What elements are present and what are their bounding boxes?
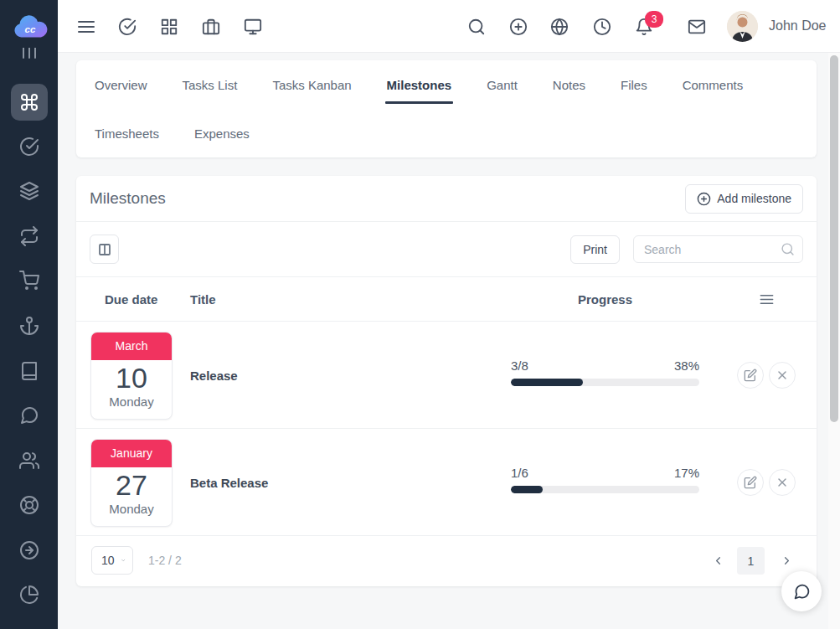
sidebar-item-support[interactable] bbox=[19, 495, 39, 515]
add-milestone-label: Add milestone bbox=[717, 192, 791, 205]
page-number-button[interactable]: 1 bbox=[737, 547, 765, 575]
header-notifications-button[interactable]: 3 bbox=[635, 18, 653, 36]
tab-overview[interactable]: Overview bbox=[93, 63, 149, 107]
vertical-scrollbar-track[interactable] bbox=[828, 53, 840, 629]
edit-milestone-button[interactable] bbox=[737, 362, 764, 389]
header-tasks-button[interactable] bbox=[118, 18, 137, 36]
column-header-progress[interactable]: Progress bbox=[511, 292, 699, 307]
sidebar: cc bbox=[0, 0, 58, 629]
tab-comments[interactable]: Comments bbox=[681, 63, 745, 107]
header-add-button[interactable] bbox=[509, 18, 528, 36]
globe-icon bbox=[550, 18, 569, 36]
close-icon bbox=[776, 476, 789, 489]
header-mail-button[interactable] bbox=[688, 18, 706, 36]
sidebar-item-projects-active[interactable] bbox=[11, 84, 48, 121]
book-icon bbox=[19, 361, 39, 381]
header-search-button[interactable] bbox=[467, 18, 486, 36]
briefcase-icon bbox=[202, 18, 220, 36]
sidebar-item-logout[interactable] bbox=[19, 540, 39, 560]
plus-circle-icon bbox=[509, 18, 528, 36]
notification-badge: 3 bbox=[645, 11, 663, 28]
edit-icon bbox=[744, 369, 757, 382]
add-milestone-button[interactable]: Add milestone bbox=[685, 184, 803, 214]
layers-icon bbox=[19, 181, 39, 201]
column-header-due-date[interactable]: Due date bbox=[105, 292, 157, 307]
columns-icon bbox=[97, 242, 112, 257]
milestones-header: Milestones Add milestone bbox=[76, 176, 817, 222]
vertical-scrollbar-thumb[interactable] bbox=[830, 55, 838, 422]
tab-row-1: Overview Tasks List Tasks Kanban Milesto… bbox=[76, 60, 817, 109]
page-size-select[interactable]: 10 bbox=[91, 546, 133, 575]
sidebar-item-library[interactable] bbox=[19, 48, 39, 64]
header-apps-button[interactable] bbox=[160, 18, 178, 36]
delete-milestone-button[interactable] bbox=[769, 469, 796, 496]
milestone-progress: 1/6 17% bbox=[511, 466, 699, 493]
delete-milestone-button[interactable] bbox=[769, 362, 796, 389]
header-monitor-button[interactable] bbox=[244, 18, 262, 36]
print-label: Print bbox=[583, 243, 607, 256]
progress-fill bbox=[511, 486, 543, 493]
sidebar-item-tasks[interactable] bbox=[19, 137, 39, 157]
progress-track bbox=[511, 379, 699, 386]
command-icon bbox=[19, 92, 39, 112]
header-history-button[interactable] bbox=[593, 18, 611, 36]
sidebar-item-anchor[interactable] bbox=[19, 316, 39, 336]
pie-chart-icon bbox=[19, 585, 39, 605]
check-circle-icon bbox=[19, 137, 39, 157]
next-page-button[interactable] bbox=[777, 547, 796, 574]
sidebar-item-notebook[interactable] bbox=[19, 361, 39, 381]
edit-milestone-button[interactable] bbox=[737, 469, 764, 496]
tab-files[interactable]: Files bbox=[619, 63, 649, 107]
user-avatar[interactable] bbox=[727, 11, 758, 42]
pagination-bar: 10 1-2 / 2 1 bbox=[76, 536, 817, 585]
monitor-icon bbox=[244, 18, 262, 36]
app-logo[interactable]: cc bbox=[0, 0, 58, 53]
due-day: 10 bbox=[91, 361, 172, 394]
tab-timesheets[interactable]: Timesheets bbox=[93, 111, 161, 156]
due-date-card: March 10 Monday bbox=[90, 332, 173, 420]
hamburger-menu-button[interactable] bbox=[76, 17, 96, 35]
repeat-icon bbox=[19, 226, 39, 246]
progress-track bbox=[511, 486, 699, 493]
progress-fraction: 3/8 bbox=[511, 358, 528, 373]
page-title: Milestones bbox=[90, 189, 166, 208]
sidebar-item-recurring[interactable] bbox=[19, 226, 39, 246]
sidebar-item-shop[interactable] bbox=[19, 271, 39, 291]
sidebar-item-reports[interactable] bbox=[19, 585, 39, 605]
milestone-title[interactable]: Beta Release bbox=[190, 476, 268, 490]
sidebar-item-users[interactable] bbox=[19, 451, 39, 471]
chat-fab-button[interactable] bbox=[781, 571, 822, 611]
tab-tasks-list[interactable]: Tasks List bbox=[181, 63, 240, 107]
edit-icon bbox=[744, 476, 757, 489]
svg-text:cc: cc bbox=[24, 23, 35, 34]
progress-fill bbox=[511, 379, 583, 386]
column-header-title[interactable]: Title bbox=[190, 292, 216, 307]
milestone-title[interactable]: Release bbox=[190, 369, 238, 383]
header-globe-button[interactable] bbox=[550, 18, 569, 36]
print-button[interactable]: Print bbox=[570, 235, 620, 264]
tab-notes[interactable]: Notes bbox=[551, 63, 587, 107]
tab-milestones[interactable]: Milestones bbox=[385, 63, 454, 107]
arrow-right-circle-icon bbox=[19, 540, 39, 560]
progress-percent: 38% bbox=[674, 358, 699, 373]
sidebar-item-messages[interactable] bbox=[19, 405, 39, 425]
table-header-row: Due date Title Progress bbox=[76, 277, 817, 322]
tab-expenses[interactable]: Expenses bbox=[193, 111, 251, 156]
search-icon bbox=[467, 18, 486, 36]
due-date-card: January 27 Monday bbox=[90, 439, 173, 527]
tab-gantt[interactable]: Gantt bbox=[485, 63, 519, 107]
clock-icon bbox=[593, 18, 611, 36]
table-menu-button[interactable] bbox=[759, 291, 775, 307]
tab-tasks-kanban[interactable]: Tasks Kanban bbox=[271, 63, 353, 107]
header-projects-button[interactable] bbox=[202, 18, 220, 36]
milestone-progress: 3/8 38% bbox=[511, 358, 699, 386]
column-settings-button[interactable] bbox=[90, 235, 119, 264]
user-name[interactable]: John Doe bbox=[769, 18, 827, 34]
mail-icon bbox=[688, 18, 706, 36]
sidebar-item-layers[interactable] bbox=[19, 181, 39, 201]
previous-page-button[interactable] bbox=[709, 547, 727, 574]
progress-fraction: 1/6 bbox=[511, 466, 528, 480]
search-input[interactable] bbox=[633, 235, 803, 263]
anchor-icon bbox=[19, 316, 39, 336]
message-circle-icon bbox=[793, 583, 811, 601]
